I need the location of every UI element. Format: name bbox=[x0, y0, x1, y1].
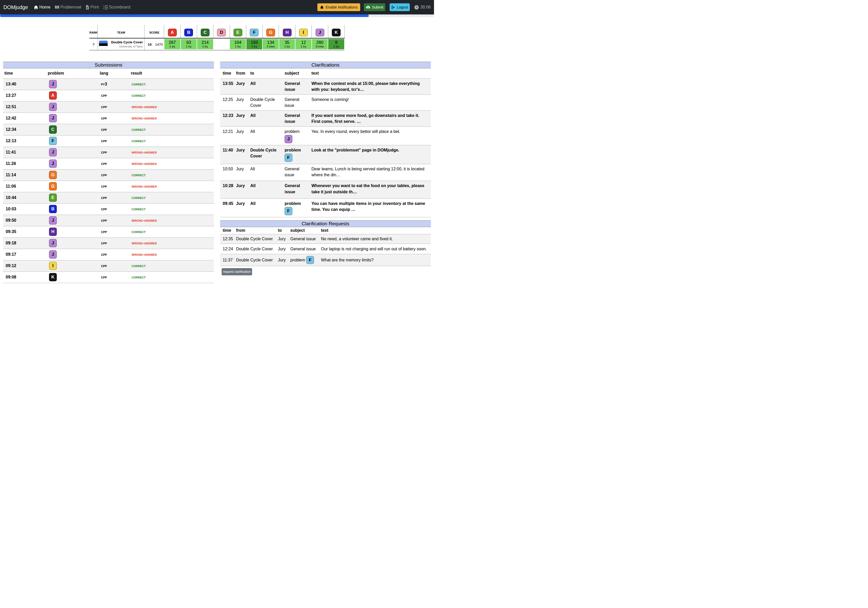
svg-text:2: 2 bbox=[103, 8, 104, 9]
svg-text:1: 1 bbox=[103, 5, 104, 7]
